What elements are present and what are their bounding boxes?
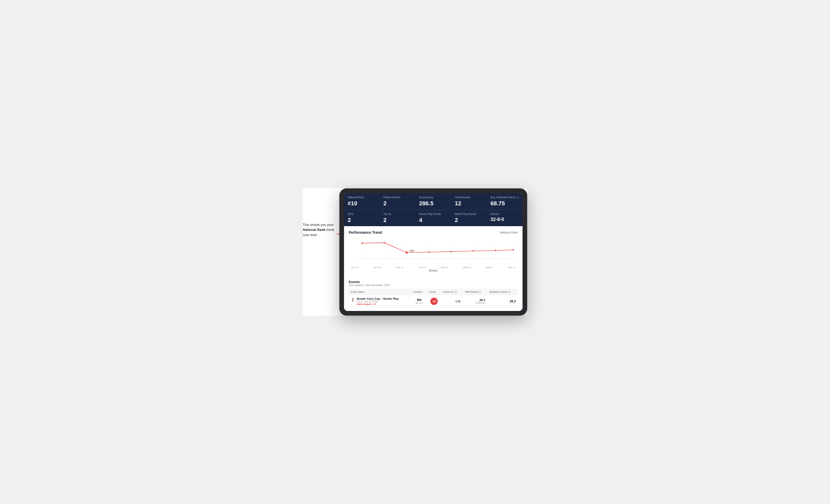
annotation-text-part1: This shows you your <box>303 223 334 227</box>
event-icon: 🏌️ <box>351 298 355 302</box>
performance-header: Performance Trend National Rank <box>349 230 518 235</box>
event-date: Oct 9 - Oct 10, 2023 <box>357 300 399 303</box>
svg-point-16 <box>495 250 496 251</box>
event-score-cell: -22 <box>427 295 441 308</box>
event-position-cell: 6th out of 7 <box>411 295 427 308</box>
annotation-text: This shows you your National Rank trend … <box>303 222 341 238</box>
svg-point-13 <box>428 251 429 253</box>
stat-scoring-avg: Scoring Avg. 286.5 <box>416 193 451 209</box>
events-section: Events Last updated: 24th November 2023 … <box>344 277 522 311</box>
svg-point-11 <box>384 242 385 243</box>
chart-x-labels: OCT 23 NOV 23 DEC 23 JAN 24 FEB 24 MAR 2… <box>349 266 518 269</box>
info-icon-total: i <box>478 291 481 293</box>
tablet-screen: National Rank #10 Regional Rank 2 Scorin… <box>344 193 522 311</box>
stat-wins: Wins 2 <box>344 210 380 226</box>
svg-point-14 <box>450 251 452 252</box>
event-total-points: 28.3 <box>465 298 485 302</box>
tablet-frame: National Rank #10 Regional Rank 2 Scorin… <box>339 188 527 316</box>
event-name-cell: 🏌️ Buster Cozy Cup – Stroke Play Oct 9 -… <box>349 295 411 308</box>
stat-top3s: Top 3s 2 <box>380 210 416 226</box>
events-table: Event Name Position Score Event SG i Tot… <box>349 289 518 308</box>
info-icon-avg: i <box>516 196 519 199</box>
col-score: Score <box>427 289 441 295</box>
performance-label: National Rank <box>500 231 518 234</box>
stats-row-2: Wins 2 Top 3s 2 Stroke Play Events 4 Mat… <box>344 209 522 226</box>
event-rank-impact: Rank Impact: 3 ▼ <box>357 303 399 305</box>
stat-stroke-play-events: Stroke Play Events 4 <box>416 210 451 226</box>
svg-point-10 <box>361 242 363 244</box>
svg-point-15 <box>473 250 474 251</box>
event-position: 6th <box>413 298 425 302</box>
info-icon-sg: i <box>454 291 457 293</box>
event-sg-value: 0.45 <box>455 300 460 303</box>
stat-regional-rank: Regional Rank 2 <box>380 193 416 209</box>
stat-record: Record 32-8-0 <box>487 210 522 226</box>
annotation-bold: National Rank <box>303 228 325 232</box>
stat-total-rounds: Total Rounds 12 <box>451 193 487 209</box>
svg-text:• #10: • #10 <box>409 249 414 252</box>
table-row: 🏌️ Buster Cozy Cup – Stroke Play Oct 9 -… <box>349 295 518 308</box>
event-total-points-cell: 28.3 3 Rounds <box>463 295 487 308</box>
chart-x-axis-title: Months <box>349 269 518 272</box>
stats-row-1: National Rank #10 Regional Rank 2 Scorin… <box>344 193 522 209</box>
event-weighted-points: 28.3 <box>510 300 516 303</box>
col-total-points: Total Points i <box>463 289 487 295</box>
performance-title: Performance Trend <box>349 230 382 235</box>
table-header-row: Event Name Position Score Event SG i Tot… <box>349 289 518 295</box>
info-icon-weighted: i <box>508 291 511 293</box>
chart-svg: • #10 <box>349 237 518 265</box>
event-name: Buster Cozy Cup – Stroke Play <box>357 297 399 300</box>
event-sg-cell: 0.45 <box>441 295 462 308</box>
col-position: Position <box>411 289 427 295</box>
event-position-sub: out of 7 <box>413 302 425 304</box>
event-total-points-sub: 3 Rounds <box>465 302 485 304</box>
col-weighted-points: Weighted Points i <box>487 289 518 295</box>
svg-point-17 <box>513 249 514 250</box>
performance-chart: • #10 <box>349 237 518 265</box>
event-weighted-points-cell: 28.3 <box>487 295 518 308</box>
event-score-badge: -22 <box>430 298 438 305</box>
stat-national-rank: National Rank #10 <box>344 193 380 209</box>
events-title: Events <box>349 280 518 284</box>
events-last-updated: Last updated: 24th November 2023 <box>349 284 518 287</box>
col-event-sg: Event SG i <box>441 289 462 295</box>
stat-avg-weighted-points: Avg. Weighted Points i 68.75 <box>487 193 522 209</box>
col-event-name: Event Name <box>349 289 411 295</box>
svg-point-12 <box>405 251 408 254</box>
stat-match-play-events: Match Play Events 2 <box>451 210 487 226</box>
performance-section: Performance Trend National Rank <box>344 226 522 277</box>
